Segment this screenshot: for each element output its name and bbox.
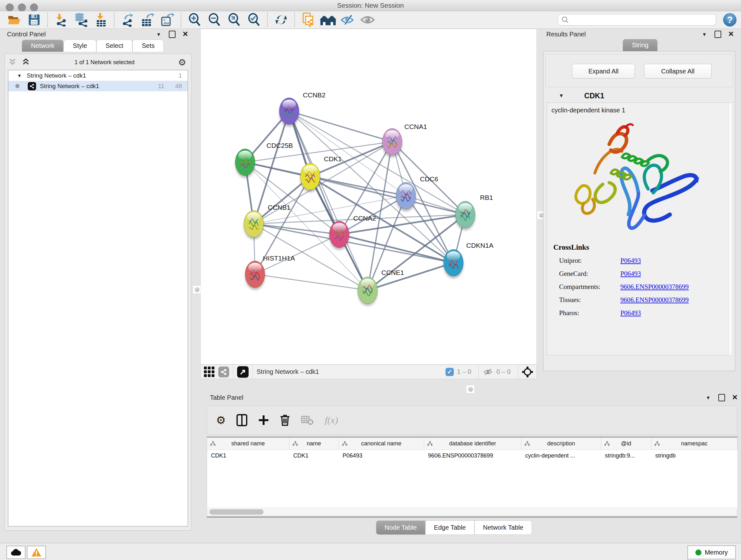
import-network-file-button[interactable] (51, 12, 71, 27)
table-cell[interactable]: 9606.ENSP00000378699 (424, 450, 522, 461)
tab-edge-table[interactable]: Edge Table (425, 520, 475, 535)
table-cell[interactable]: CDK1 (289, 450, 339, 461)
fit-content-button[interactable] (224, 12, 244, 27)
network-node-ccna2[interactable] (329, 221, 349, 250)
crosslink-link[interactable]: P06493 (620, 257, 641, 265)
search-input[interactable] (569, 15, 716, 25)
tab-style[interactable]: Style (64, 40, 96, 52)
section-collapse-icon[interactable]: ▼ (559, 93, 564, 99)
panel-float-icon[interactable] (169, 30, 176, 38)
show-columns-icon[interactable] (237, 414, 247, 426)
export-table-button[interactable] (138, 12, 158, 27)
network-canvas[interactable]: CCNB2CCNA1CDC25BCDK1CDC6RB1CCNB1CCNA2CDK… (200, 29, 537, 365)
zoom-in-button[interactable] (185, 12, 205, 27)
network-edge-ccne1-cdkn1a[interactable] (367, 263, 454, 290)
tab-network[interactable]: Network (22, 40, 64, 52)
network-overview-icon[interactable] (218, 367, 229, 377)
copy-documents-button[interactable] (298, 12, 318, 27)
panel-menu-icon[interactable]: ▼ (156, 32, 161, 37)
network-node-cdc6[interactable] (396, 182, 416, 211)
network-row-selected[interactable]: String Network – cdk1 11 48 (8, 81, 188, 91)
add-column-icon[interactable] (258, 415, 269, 426)
crosslink-link[interactable]: P06493 (620, 309, 641, 317)
tab-network-table[interactable]: Network Table (475, 520, 532, 535)
column-header-database-identifier[interactable]: database identifier (424, 437, 522, 449)
cloud-status-button[interactable] (6, 546, 25, 559)
network-node-ccnb1[interactable] (244, 210, 264, 240)
table-cell[interactable]: P06493 (339, 450, 424, 461)
panel-float-icon[interactable] (718, 394, 725, 401)
network-edge-ccnb1-ccna1[interactable] (254, 142, 392, 224)
network-edge-ccnb2-ccne1[interactable] (289, 111, 367, 290)
table-cell[interactable]: cyclin-dependent ... (522, 450, 601, 461)
network-options-gear-icon[interactable]: ⚙ (178, 57, 186, 68)
warnings-button[interactable] (27, 546, 46, 559)
tree-expand-icon[interactable]: ▼ (17, 73, 22, 78)
grid-mode-icon[interactable] (204, 367, 214, 377)
tab-node-table[interactable]: Node Table (376, 520, 425, 535)
table-hscrollbar-thumb[interactable] (209, 509, 264, 515)
table-cell[interactable]: stringdb (651, 450, 738, 461)
column-header--id[interactable]: @id (601, 437, 652, 449)
collapse-all-icon[interactable] (8, 58, 17, 67)
panel-float-icon[interactable] (715, 30, 721, 38)
delete-column-icon[interactable] (280, 414, 290, 426)
network-node-cdk1[interactable] (300, 163, 320, 192)
network-edge-ccnb2-ccna1[interactable] (289, 111, 392, 142)
export-image-button[interactable] (158, 12, 178, 27)
table-cell[interactable]: CDK1 (207, 450, 289, 461)
help-button[interactable]: ? (723, 13, 737, 26)
network-edge-cdc6-cdc25b[interactable] (245, 162, 406, 196)
crosshair-icon[interactable] (522, 366, 533, 378)
enhance-labels-button[interactable] (338, 12, 358, 27)
open-session-button[interactable] (4, 12, 24, 27)
show-hide-button[interactable] (358, 12, 378, 27)
export-network-button[interactable] (118, 12, 138, 27)
save-session-button[interactable] (24, 12, 44, 27)
expand-all-button[interactable]: Expand All (572, 64, 635, 78)
memory-button[interactable]: Memory (687, 545, 736, 559)
panel-menu-icon[interactable]: ▼ (706, 395, 711, 400)
network-node-ccna1[interactable] (382, 128, 402, 158)
column-header-canonical-name[interactable]: canonical name (339, 437, 424, 449)
column-header-shared-name[interactable]: shared name (207, 437, 289, 449)
network-node-ccnb2[interactable] (279, 98, 299, 127)
left-splitter-handle[interactable] (193, 286, 201, 294)
search-box[interactable] (558, 14, 716, 25)
birdseye-view-icon[interactable] (237, 366, 249, 378)
column-header-namespac[interactable]: namespac (651, 437, 738, 449)
table-hscrollbar[interactable] (207, 508, 737, 516)
network-node-ccne1[interactable] (358, 277, 378, 306)
refresh-view-button[interactable] (271, 12, 291, 27)
tab-select[interactable]: Select (96, 40, 133, 52)
string-home-button[interactable] (318, 12, 338, 27)
import-network-database-button[interactable] (71, 12, 91, 27)
panel-close-icon[interactable]: ✕ (732, 393, 738, 401)
network-edge-ccne1-hist1h1a[interactable] (255, 274, 367, 290)
tab-string[interactable]: String (623, 39, 658, 51)
results-scrollbar[interactable] (728, 103, 732, 355)
panel-menu-icon[interactable]: ▼ (702, 32, 707, 37)
tab-sets[interactable]: Sets (132, 40, 164, 52)
network-edge-ccnb2-rb1[interactable] (289, 111, 465, 214)
import-table-button[interactable] (91, 12, 111, 27)
panel-close-icon[interactable]: ✕ (183, 30, 188, 38)
column-header-description[interactable]: description (522, 437, 601, 449)
expand-all-icon[interactable] (21, 58, 31, 67)
column-header-name[interactable]: name (289, 437, 339, 449)
network-node-hist1h1a[interactable] (245, 261, 265, 290)
network-collection-row[interactable]: ▼ String Network – cdk1 1 (8, 70, 188, 81)
panel-close-icon[interactable]: ✕ (728, 30, 734, 38)
selected-checkbox[interactable]: ✓ (446, 368, 454, 376)
network-node-cdkn1a[interactable] (444, 249, 463, 278)
network-node-rb1[interactable] (455, 201, 475, 230)
crosslink-link[interactable]: 9606.ENSP00000378699 (620, 283, 689, 291)
table-options-gear-icon[interactable]: ⚙ (216, 414, 226, 427)
table-row[interactable]: CDK1CDK1P064939606.ENSP00000378699cyclin… (207, 450, 738, 461)
zoom-selected-button[interactable] (244, 12, 264, 27)
delete-table-icon[interactable] (301, 415, 314, 425)
table-cell[interactable]: stringdb:9... (601, 450, 652, 461)
collapse-all-button[interactable]: Collapse All (644, 64, 712, 78)
network-node-cdc25b[interactable] (235, 149, 255, 178)
horizontal-splitter-handle[interactable] (466, 385, 475, 393)
